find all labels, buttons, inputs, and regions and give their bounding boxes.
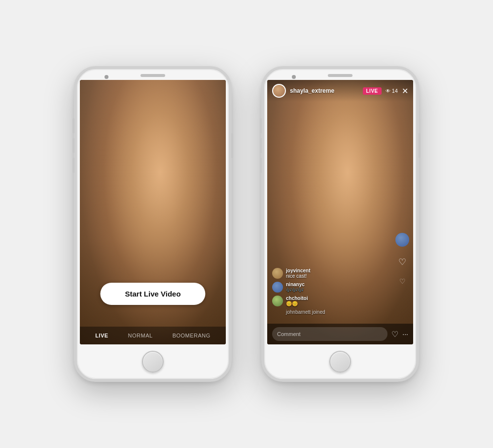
heart-button[interactable]: ♡ (391, 330, 398, 339)
phone-1: ⚙ › Start Live Video LIVE NORMAL BOOMERA… (74, 66, 232, 382)
screen-2: shayla_extreme LIVE 👁 14 ✕ ♡ ♡ joyvincen… (267, 80, 413, 344)
comment-text-1: nice cast! (286, 273, 310, 279)
comment-content-2: ninanyc 🎶🎶🎶 (286, 282, 305, 293)
phone-2-top (264, 69, 416, 80)
comment-text-2: 🎶🎶🎶 (286, 287, 305, 293)
comment-input[interactable]: Comment (272, 327, 387, 341)
comment-avatar-3 (272, 296, 283, 306)
front-camera-1 (105, 75, 108, 79)
speaker-1 (141, 74, 165, 77)
live-badge: LIVE (363, 87, 382, 95)
viewer-avatar-float (395, 233, 409, 247)
phone-1-bottom (77, 344, 229, 379)
screen-1: ⚙ › Start Live Video LIVE NORMAL BOOMERA… (80, 80, 226, 344)
streamer-username: shayla_extreme (290, 87, 359, 94)
close-button[interactable]: ✕ (402, 86, 408, 96)
front-camera-2 (292, 75, 296, 79)
home-button-2[interactable] (329, 351, 351, 373)
phone-2: shayla_extreme LIVE 👁 14 ✕ ♡ ♡ joyvincen… (261, 66, 419, 382)
comment-username-3: chchoitoi (286, 296, 308, 301)
comment-avatar-1 (272, 268, 283, 279)
comment-row-1: joyvincent nice cast! (272, 268, 384, 279)
tab-boomerang[interactable]: BOOMERANG (173, 333, 211, 338)
viewer-number: 14 (392, 88, 398, 94)
home-button-1[interactable] (142, 351, 164, 373)
phone-1-top (77, 69, 229, 80)
start-live-video-button[interactable]: Start Live Video (100, 283, 205, 305)
heart-float-large: ♡ (398, 257, 406, 267)
comments-section: joyvincent nice cast! ninanyc 🎶🎶🎶 chchoi… (267, 268, 388, 320)
speaker-2 (328, 74, 352, 77)
comment-avatar-2 (272, 282, 283, 293)
live-stream-header: shayla_extreme LIVE 👁 14 ✕ (267, 80, 413, 102)
tab-live[interactable]: LIVE (95, 333, 108, 338)
floating-reactions: ♡ ♡ (395, 233, 409, 285)
comment-username-2: ninanyc (286, 282, 305, 287)
eye-icon: 👁 (386, 88, 390, 94)
comment-content-3: chchoitoi 😊😊 (286, 296, 308, 306)
comment-row-3: chchoitoi 😊😊 (272, 296, 384, 306)
comment-input-bar: Comment ♡ ··· (267, 324, 413, 344)
comment-text-3: 😊😊 (286, 301, 308, 306)
streamer-avatar (272, 84, 286, 98)
comment-content-1: joyvincent nice cast! (286, 268, 310, 279)
phone-2-bottom (264, 344, 416, 379)
viewer-count: 👁 14 (386, 88, 398, 94)
comment-placeholder: Comment (277, 331, 301, 337)
comment-row-2: ninanyc 🎶🎶🎶 (272, 282, 384, 293)
capture-mode-tabs: LIVE NORMAL BOOMERANG (80, 327, 226, 344)
comment-username-1: joyvincent (286, 268, 310, 273)
heart-float-small: ♡ (399, 277, 406, 285)
tab-normal[interactable]: NORMAL (128, 333, 153, 338)
more-options-button[interactable]: ··· (402, 330, 408, 338)
join-notification: johnbarnett joined (272, 309, 384, 315)
